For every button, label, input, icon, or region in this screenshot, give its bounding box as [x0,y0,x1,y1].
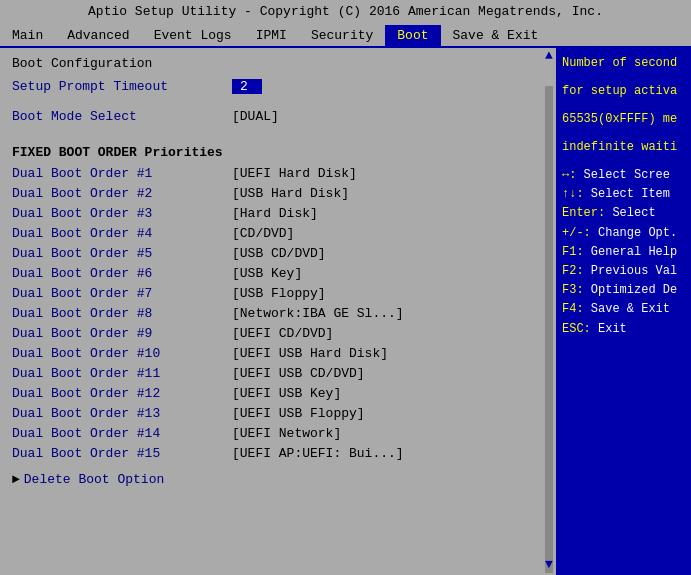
key-hint-7: F4: Save & Exit [562,300,685,319]
key-label-1: ↑↓: [562,187,584,201]
help-line-2: 65535(0xFFFF) me [562,110,685,128]
nav-item-boot[interactable]: Boot [385,25,440,46]
bios-screen: Aptio Setup Utility - Copyright (C) 2016… [0,0,691,575]
key-label-3: +/-: [562,226,591,240]
boot-order-value-9: [UEFI CD/DVD] [232,326,333,341]
boot-order-row-3[interactable]: Dual Boot Order #3[Hard Disk] [12,204,530,222]
boot-order-row-11[interactable]: Dual Boot Order #11[UEFI USB CD/DVD] [12,364,530,382]
scroll-down-icon[interactable]: ▼ [545,557,553,573]
key-label-5: F2: [562,264,584,278]
boot-order-row-10[interactable]: Dual Boot Order #10[UEFI USB Hard Disk] [12,344,530,362]
boot-order-list: Dual Boot Order #1[UEFI Hard Disk]Dual B… [12,164,530,462]
boot-order-label-3: Dual Boot Order #3 [12,206,232,221]
right-panel: Number of secondfor setup activa65535(0x… [556,48,691,575]
boot-order-value-7: [USB Floppy] [232,286,326,301]
boot-order-row-14[interactable]: Dual Boot Order #14[UEFI Network] [12,424,530,442]
boot-order-row-4[interactable]: Dual Boot Order #4[CD/DVD] [12,224,530,242]
boot-order-value-15: [UEFI AP:UEFI: Bui...] [232,446,404,461]
scroll-thumb [545,66,553,86]
boot-order-value-1: [UEFI Hard Disk] [232,166,357,181]
setup-prompt-label: Setup Prompt Timeout [12,79,232,94]
delete-boot-label: Delete Boot Option [24,472,164,487]
boot-order-label-7: Dual Boot Order #7 [12,286,232,301]
scroll-up-icon[interactable]: ▲ [545,48,553,64]
key-hint-3: +/-: Change Opt. [562,224,685,243]
boot-order-label-14: Dual Boot Order #14 [12,426,232,441]
boot-order-label-15: Dual Boot Order #15 [12,446,232,461]
key-hint-8: ESC: Exit [562,320,685,339]
nav-item-event-logs[interactable]: Event Logs [142,25,244,46]
boot-order-row-5[interactable]: Dual Boot Order #5[USB CD/DVD] [12,244,530,262]
boot-order-label-1: Dual Boot Order #1 [12,166,232,181]
boot-order-value-3: [Hard Disk] [232,206,318,221]
boot-order-row-12[interactable]: Dual Boot Order #12[UEFI USB Key] [12,384,530,402]
key-hint-0: ↔: Select Scree [562,166,685,185]
boot-mode-label: Boot Mode Select [12,109,232,124]
help-line-0: Number of second [562,54,685,72]
boot-order-value-6: [USB Key] [232,266,302,281]
boot-order-label-13: Dual Boot Order #13 [12,406,232,421]
boot-order-label-4: Dual Boot Order #4 [12,226,232,241]
boot-config-label: Boot Configuration [12,56,152,71]
key-hint-2: Enter: Select [562,204,685,223]
boot-order-row-9[interactable]: Dual Boot Order #9[UEFI CD/DVD] [12,324,530,342]
boot-order-row-6[interactable]: Dual Boot Order #6[USB Key] [12,264,530,282]
boot-order-label-11: Dual Boot Order #11 [12,366,232,381]
key-desc-1: Select Item [584,187,670,201]
boot-order-row-8[interactable]: Dual Boot Order #8[Network:IBA GE Sl...] [12,304,530,322]
main-area: Boot Configuration Setup Prompt Timeout … [0,48,691,575]
title-bar: Aptio Setup Utility - Copyright (C) 2016… [0,0,691,23]
nav-item-advanced[interactable]: Advanced [55,25,141,46]
key-label-6: F3: [562,283,584,297]
help-line-3: indefinite waiti [562,138,685,156]
boot-order-row-1[interactable]: Dual Boot Order #1[UEFI Hard Disk] [12,164,530,182]
boot-order-value-5: [USB CD/DVD] [232,246,326,261]
fixed-boot-title: FIXED BOOT ORDER Priorities [12,145,530,160]
key-label-8: ESC: [562,322,591,336]
boot-order-value-11: [UEFI USB CD/DVD] [232,366,365,381]
nav-item-save-&-exit[interactable]: Save & Exit [441,25,551,46]
boot-order-label-9: Dual Boot Order #9 [12,326,232,341]
boot-order-label-6: Dual Boot Order #6 [12,266,232,281]
scrollbar[interactable]: ▲ ▼ [542,48,556,575]
key-hint-1: ↑↓: Select Item [562,185,685,204]
key-label-4: F1: [562,245,584,259]
nav-item-security[interactable]: Security [299,25,385,46]
boot-order-label-8: Dual Boot Order #8 [12,306,232,321]
boot-order-row-2[interactable]: Dual Boot Order #2[USB Hard Disk] [12,184,530,202]
key-desc-4: General Help [584,245,678,259]
help-text-area: Number of secondfor setup activa65535(0x… [562,54,685,156]
boot-order-value-10: [UEFI USB Hard Disk] [232,346,388,361]
boot-order-label-2: Dual Boot Order #2 [12,186,232,201]
setup-prompt-value[interactable]: 2 [232,79,262,94]
key-hint-5: F2: Previous Val [562,262,685,281]
key-label-2: Enter: [562,206,605,220]
boot-order-value-14: [UEFI Network] [232,426,341,441]
delete-boot-option[interactable]: ► Delete Boot Option [12,472,530,487]
boot-order-label-5: Dual Boot Order #5 [12,246,232,261]
delete-arrow-icon: ► [12,472,20,487]
key-desc-8: Exit [591,322,627,336]
boot-order-row-15[interactable]: Dual Boot Order #15[UEFI AP:UEFI: Bui...… [12,444,530,462]
key-desc-2: Select [605,206,655,220]
boot-order-row-13[interactable]: Dual Boot Order #13[UEFI USB Floppy] [12,404,530,422]
title-text: Aptio Setup Utility - Copyright (C) 2016… [88,4,603,19]
nav-item-main[interactable]: Main [0,25,55,46]
key-label-7: F4: [562,302,584,316]
key-desc-7: Save & Exit [584,302,670,316]
boot-order-value-13: [UEFI USB Floppy] [232,406,365,421]
boot-order-value-2: [USB Hard Disk] [232,186,349,201]
nav-item-ipmi[interactable]: IPMI [244,25,299,46]
key-label-0: ↔: [562,168,576,182]
key-desc-6: Optimized De [584,283,678,297]
key-hint-6: F3: Optimized De [562,281,685,300]
boot-config-section: Boot Configuration [12,56,530,71]
boot-order-label-10: Dual Boot Order #10 [12,346,232,361]
boot-order-value-4: [CD/DVD] [232,226,294,241]
boot-order-value-12: [UEFI USB Key] [232,386,341,401]
boot-order-row-7[interactable]: Dual Boot Order #7[USB Floppy] [12,284,530,302]
key-desc-5: Previous Val [584,264,678,278]
setup-prompt-row: Setup Prompt Timeout 2 [12,77,530,95]
boot-order-label-12: Dual Boot Order #12 [12,386,232,401]
boot-mode-value[interactable]: [DUAL] [232,109,279,124]
